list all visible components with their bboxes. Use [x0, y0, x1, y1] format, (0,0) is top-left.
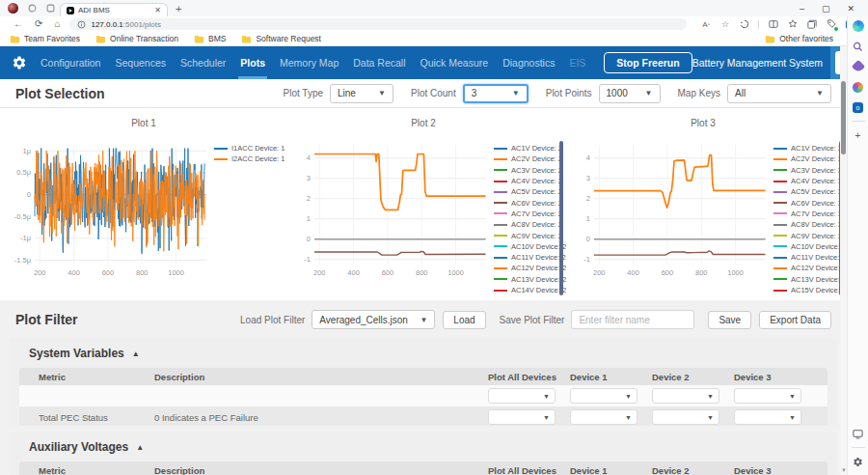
other-favorites[interactable]: Other favorites [765, 34, 833, 43]
plot-all-devices-select[interactable]: ▼ [488, 388, 556, 404]
plot-points-select[interactable]: 1000 ▼ [599, 84, 661, 103]
split-screen-icon[interactable] [768, 19, 778, 30]
device-1-select[interactable]: ▼ [570, 409, 637, 425]
save-button[interactable]: Save [708, 311, 751, 329]
legend-item[interactable]: AC4V Device: 2 [494, 176, 566, 186]
load-filter-select[interactable]: Averaged_Cells.json ▼ [312, 310, 435, 329]
settings-gear-icon[interactable] [12, 55, 27, 70]
plot-1-block[interactable]: Plot 1 1μ0.5μ0-0.5μ-1μ-1.5μ2004006008001… [4, 110, 284, 297]
scrollbar-thumb[interactable] [841, 81, 846, 154]
legend-item[interactable]: AC4V Device: 3 [773, 176, 846, 186]
nav-item-memory-map[interactable]: Memory Map [280, 46, 339, 79]
legend-item[interactable]: AC13V Device: 3 [773, 274, 846, 285]
add-sidebar-item-icon[interactable]: + [852, 128, 865, 142]
plot-2-block[interactable]: Plot 2 43210-12004006008001000AC1V Devic… [284, 110, 563, 297]
collapse-arrow-icon[interactable]: ▲ [132, 349, 140, 358]
legend-item[interactable]: AC5V Device: 2 [494, 186, 566, 197]
legend-item[interactable]: AC12V Device: 2 [494, 263, 566, 273]
home-icon[interactable]: ⌂ [54, 19, 60, 29]
legend-item[interactable]: AC1V Device: 2 [494, 143, 566, 154]
bookmark-online-transaction[interactable]: Online Transaction [95, 34, 178, 43]
workspaces-icon[interactable] [27, 3, 38, 14]
new-tab-button[interactable]: + [176, 3, 181, 14]
export-data-button[interactable]: Export Data [759, 311, 831, 329]
legend-item[interactable]: AC7V Device: 2 [494, 209, 566, 219]
reload-icon[interactable]: ⟳ [35, 19, 42, 29]
browser-tab[interactable]: ADI BMS ✕ [60, 3, 168, 16]
plot-3-block[interactable]: Plot 3 43210-12004006008001000AC1V Devic… [563, 110, 843, 297]
browser-profile-avatar[interactable] [8, 3, 18, 14]
nav-item-diagnostics[interactable]: Diagnostics [502, 46, 555, 79]
legend-item[interactable]: AC8V Device: 2 [494, 219, 566, 230]
device-1-select[interactable]: ▼ [570, 388, 637, 404]
legend-item[interactable]: AC3V Device: 3 [773, 165, 846, 176]
load-button[interactable]: Load [443, 311, 485, 329]
device-2-select[interactable]: ▼ [652, 409, 719, 425]
legend-item[interactable]: AC10V Device: 3 [773, 241, 846, 252]
window-close-button[interactable]: ✕ [847, 4, 854, 14]
shopping-tag-icon[interactable] [852, 60, 865, 73]
window-maximize-button[interactable]: ▢ [822, 4, 830, 14]
nav-item-plots[interactable]: Plots [240, 46, 265, 79]
nav-item-configuration[interactable]: Configuration [41, 46, 100, 79]
back-icon[interactable]: ← [14, 19, 23, 29]
nav-item-eis[interactable]: EIS [569, 46, 585, 79]
legend-item[interactable]: AC7V Device: 3 [773, 209, 846, 219]
plot-all-devices-select[interactable]: ▼ [488, 409, 556, 425]
legend-item[interactable]: AC12V Device: 3 [773, 263, 846, 273]
tab-close-icon[interactable]: ✕ [154, 6, 161, 14]
legend-item[interactable]: AC2V Device: 2 [494, 154, 566, 164]
add-favorite-star-icon[interactable]: ☆ [719, 19, 730, 30]
search-icon[interactable] [852, 40, 865, 53]
tab-actions-icon[interactable] [45, 3, 56, 14]
screenshot-tool-icon[interactable] [852, 427, 865, 440]
plot-2-chart[interactable]: 43210-12004006008001000 [284, 133, 494, 295]
site-info-icon[interactable] [77, 20, 86, 29]
legend-item[interactable]: AC9V Device: 3 [773, 230, 846, 240]
nav-item-sequences[interactable]: Sequences [115, 46, 166, 79]
legend-item[interactable]: I1ACC Device: 1 [214, 143, 285, 154]
stop-freerun-button[interactable]: Stop Freerun [604, 52, 692, 73]
legend-item[interactable]: AC5V Device: 3 [773, 186, 846, 197]
plot-3-chart[interactable]: 43210-12004006008001000 [563, 133, 773, 295]
legend-item[interactable]: AC2V Device: 3 [773, 154, 846, 164]
favorites-icon[interactable] [787, 19, 798, 30]
legend-item[interactable]: AC9V Device: 2 [494, 230, 566, 240]
filter-name-input[interactable] [571, 310, 694, 329]
copilot-icon[interactable] [852, 19, 865, 33]
device-3-select[interactable]: ▼ [734, 409, 801, 425]
bookmark-software-request[interactable]: Software Request [241, 34, 321, 43]
legend-item[interactable]: AC14V Device: 2 [494, 285, 566, 295]
legend-item[interactable]: AC6V Device: 2 [494, 197, 566, 208]
collections-icon[interactable] [806, 19, 817, 30]
legend-item[interactable]: AC3V Device: 2 [494, 165, 566, 176]
page-scrollbar[interactable]: ▼ [840, 46, 847, 475]
legend-item[interactable]: AC8V Device: 3 [773, 219, 846, 230]
nav-item-data-recall[interactable]: Data Recall [353, 46, 405, 79]
outlook-icon[interactable]: o [852, 100, 865, 114]
legend-item[interactable]: AC1V Device: 3 [773, 143, 846, 154]
legend-item[interactable]: AC15V Device: 3 [773, 285, 846, 295]
legend-item[interactable]: AC11V Device: 2 [494, 252, 566, 263]
device-2-select[interactable]: ▼ [652, 388, 719, 404]
legend-item[interactable]: AC10V Device: 2 [494, 241, 566, 252]
legend-item[interactable]: I2ACC Device: 1 [214, 154, 285, 164]
plot-type-select[interactable]: Line ▼ [330, 84, 393, 103]
shopping-icon[interactable] [826, 19, 836, 30]
collapse-arrow-icon[interactable]: ▲ [136, 443, 144, 452]
read-aloud-icon[interactable]: Aᵃ [700, 19, 711, 30]
nav-item-quick-measure[interactable]: Quick Measure [420, 46, 489, 79]
sidebar-settings-gear-icon[interactable] [852, 455, 865, 468]
legend-item[interactable]: AC6V Device: 3 [773, 197, 846, 208]
map-keys-select[interactable]: All ▼ [727, 84, 831, 103]
legend-item[interactable]: AC11V Device: 3 [773, 252, 846, 263]
device-3-select[interactable]: ▼ [734, 388, 801, 404]
bookmark-team-favorites[interactable]: Team Favorites [10, 34, 80, 43]
browser-essentials-icon[interactable] [739, 19, 749, 30]
bookmark-bms[interactable]: BMS [194, 34, 226, 43]
legend-item[interactable]: AC13V Device: 2 [494, 274, 566, 285]
plot-count-select[interactable]: 3 ▼ [463, 84, 529, 103]
nav-item-scheduler[interactable]: Scheduler [180, 46, 226, 79]
plot-1-chart[interactable]: 1μ0.5μ0-0.5μ-1μ-1.5μ2004006008001000 [4, 133, 214, 295]
url-field[interactable]: 127.0.0.1 :5001/plots [69, 18, 687, 30]
